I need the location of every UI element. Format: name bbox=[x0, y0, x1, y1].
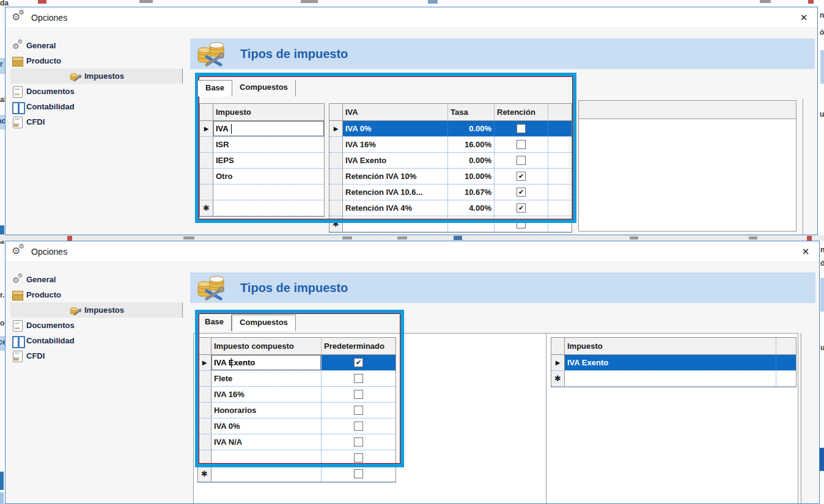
column-header-impuesto[interactable]: Impuesto bbox=[565, 338, 776, 354]
sidebar-item-contabilidad[interactable]: Contabilidad bbox=[10, 99, 183, 114]
predeterminado-checkbox[interactable]: ✔ bbox=[354, 437, 363, 447]
grid-cell-compuesto[interactable]: IVA 16% bbox=[212, 387, 322, 402]
sidebar-item-producto[interactable]: Producto bbox=[10, 53, 183, 68]
sidebar-item-general[interactable]: ⚙⚙ General bbox=[10, 272, 183, 287]
tab-compuestos[interactable]: Compuestos bbox=[232, 315, 296, 331]
new-row-selector[interactable]: ✱ bbox=[329, 216, 343, 232]
row-selector[interactable] bbox=[329, 137, 343, 152]
column-header-tasa[interactable]: Tasa bbox=[448, 104, 495, 120]
column-header-impuesto[interactable]: Impuesto bbox=[213, 104, 324, 120]
grid-cell-compuesto[interactable] bbox=[212, 466, 322, 481]
row-selector[interactable] bbox=[198, 418, 212, 434]
column-header-predeterminado[interactable]: Predeterminado bbox=[322, 338, 395, 354]
row-selector[interactable] bbox=[200, 153, 213, 168]
grid-cell-compuesto[interactable]: IVA 0% bbox=[212, 418, 322, 434]
grid-cell-tasa[interactable]: 10.67% bbox=[448, 184, 495, 200]
grid-cell-impuesto[interactable]: Otro bbox=[213, 169, 324, 184]
row-selector[interactable] bbox=[329, 169, 343, 184]
grid-cell-tasa[interactable]: 0.00% bbox=[448, 153, 495, 168]
grid-cell-iva[interactable]: IVA Exento bbox=[343, 153, 448, 168]
column-header-empty[interactable] bbox=[548, 104, 572, 120]
predeterminado-checkbox[interactable]: ✔ bbox=[354, 406, 363, 415]
retencion-checkbox[interactable]: ✔ bbox=[517, 203, 526, 213]
grid-cell-compuesto[interactable] bbox=[212, 450, 322, 466]
row-selector[interactable] bbox=[198, 434, 212, 450]
grid-cell-tasa[interactable]: 4.00% bbox=[448, 200, 495, 216]
grid-cell-impuesto[interactable]: IEPS bbox=[213, 153, 324, 168]
grid-cell-iva[interactable] bbox=[343, 216, 448, 232]
dialog-titlebar[interactable]: ⚙⚙ Opciones ✕ bbox=[6, 7, 817, 28]
retencion-checkbox[interactable]: ✔ bbox=[517, 188, 526, 197]
grid-corner[interactable] bbox=[198, 338, 212, 354]
new-row-selector[interactable]: ✱ bbox=[200, 200, 213, 216]
sidebar-item-impuestos[interactable]: Impuestos bbox=[10, 302, 183, 318]
close-icon[interactable]: ✕ bbox=[796, 11, 811, 24]
grid-cell-empty[interactable] bbox=[776, 355, 796, 370]
sidebar-item-impuestos[interactable]: Impuestos bbox=[10, 68, 183, 84]
sidebar-item-documentos[interactable]: Documentos bbox=[10, 84, 183, 99]
grid-cell-iva[interactable]: Retención IVA 10% bbox=[343, 169, 448, 184]
predeterminado-checkbox[interactable]: ✔ bbox=[354, 374, 363, 383]
grid-cell-impuesto[interactable]: IVA bbox=[213, 121, 324, 136]
row-selector[interactable] bbox=[200, 184, 213, 200]
grid-cell-empty[interactable] bbox=[548, 137, 572, 152]
retencion-checkbox[interactable]: ✔ bbox=[517, 140, 526, 149]
retencion-checkbox[interactable]: ✔ bbox=[517, 156, 526, 165]
grid-cell-empty[interactable] bbox=[548, 121, 572, 136]
tab-base[interactable]: Base bbox=[197, 80, 232, 97]
grid-cell-impuesto[interactable] bbox=[213, 184, 324, 200]
grid-cell-empty[interactable] bbox=[548, 200, 572, 216]
grid-cell-empty[interactable] bbox=[548, 184, 572, 200]
grid-cell-iva[interactable]: Retencion IVA 10.6... bbox=[343, 184, 448, 200]
grid-cell-compuesto[interactable]: IVA N/A bbox=[212, 434, 322, 450]
tab-compuestos[interactable]: Compuestos bbox=[232, 80, 296, 97]
grid-corner[interactable] bbox=[551, 338, 565, 354]
row-selector[interactable]: ▶ bbox=[551, 355, 565, 370]
sidebar-item-cfdi[interactable]: CFDI bbox=[10, 114, 183, 130]
sidebar-item-cfdi[interactable]: CFDI bbox=[10, 348, 183, 363]
row-selector[interactable]: ▶ bbox=[198, 355, 212, 370]
grid-cell-empty[interactable] bbox=[776, 371, 796, 386]
row-selector[interactable] bbox=[198, 371, 212, 386]
grid-corner[interactable] bbox=[200, 104, 213, 120]
row-selector[interactable] bbox=[329, 184, 343, 200]
column-header-iva[interactable]: IVA bbox=[343, 104, 448, 120]
tab-base[interactable]: Base bbox=[197, 315, 232, 331]
grid-cell-impuesto[interactable]: IVA Exento bbox=[565, 355, 776, 370]
new-row-selector[interactable]: ✱ bbox=[198, 466, 212, 481]
column-header-impuesto-compuesto[interactable]: Impuesto compuesto bbox=[212, 338, 322, 354]
predeterminado-checkbox[interactable]: ✔ bbox=[354, 469, 363, 478]
dialog-titlebar[interactable]: ⚙⚙ Opciones ✕ bbox=[6, 241, 819, 262]
grid-cell-iva[interactable]: IVA 16% bbox=[343, 137, 448, 152]
grid-cell-impuesto[interactable] bbox=[213, 200, 324, 216]
retencion-checkbox[interactable]: ✔ bbox=[517, 172, 526, 181]
predeterminado-checkbox[interactable]: ✔ bbox=[354, 422, 363, 431]
new-row-selector[interactable]: ✱ bbox=[551, 371, 565, 386]
retencion-checkbox[interactable]: ✔ bbox=[517, 219, 526, 228]
row-selector[interactable] bbox=[198, 403, 212, 418]
row-selector[interactable] bbox=[329, 200, 343, 216]
row-selector[interactable] bbox=[198, 387, 212, 402]
column-header-empty[interactable] bbox=[776, 338, 796, 354]
row-selector[interactable] bbox=[329, 153, 343, 168]
row-selector[interactable] bbox=[198, 450, 212, 466]
grid-cell-empty[interactable] bbox=[548, 216, 572, 232]
sidebar-item-documentos[interactable]: Documentos bbox=[10, 318, 183, 333]
row-selector[interactable]: ▶ bbox=[200, 121, 213, 136]
grid-cell-tasa[interactable] bbox=[448, 216, 495, 232]
grid-cell-empty[interactable] bbox=[548, 169, 572, 184]
grid-cell-tasa[interactable]: 16.00% bbox=[448, 137, 495, 152]
grid-cell-tasa[interactable]: 10.00% bbox=[448, 169, 495, 184]
grid-cell-impuesto[interactable] bbox=[565, 371, 776, 386]
close-icon[interactable]: ✕ bbox=[798, 245, 813, 258]
grid-cell-empty[interactable] bbox=[548, 153, 572, 168]
row-selector[interactable] bbox=[200, 137, 213, 152]
predeterminado-checkbox[interactable]: ✔ bbox=[354, 358, 363, 367]
sidebar-item-contabilidad[interactable]: Contabilidad bbox=[10, 333, 183, 348]
grid-cell-iva[interactable]: IVA 0% bbox=[343, 121, 448, 136]
sidebar-item-general[interactable]: ⚙⚙ General bbox=[10, 38, 183, 53]
grid-cell-compuesto[interactable]: Honorarios bbox=[212, 403, 322, 418]
grid-corner[interactable] bbox=[329, 104, 343, 120]
grid-cell-iva[interactable]: Retención IVA 4% bbox=[343, 200, 448, 216]
grid-cell-compuesto[interactable]: Flete bbox=[212, 371, 322, 386]
